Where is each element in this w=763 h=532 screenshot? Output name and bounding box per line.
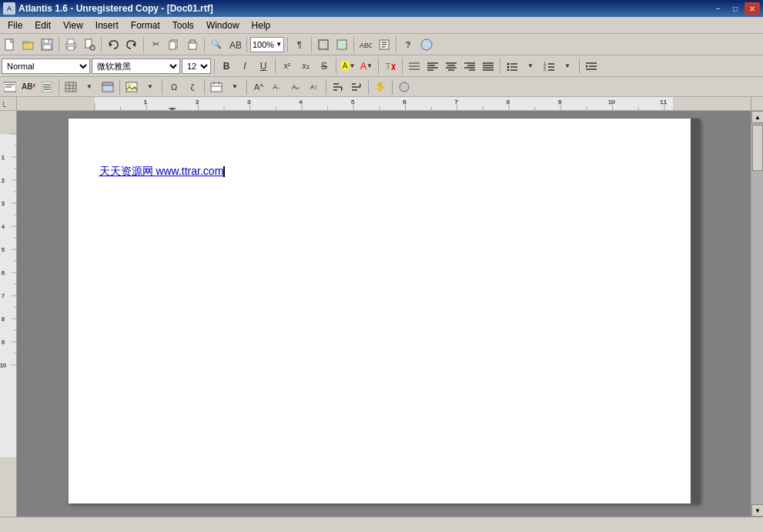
horizontal-ruler[interactable]: 1 2 3 4 5 6 7 8 9 10 11 bbox=[17, 97, 751, 110]
menu-insert[interactable]: Insert bbox=[89, 18, 125, 32]
numbering-dropdown[interactable]: ▼ bbox=[559, 58, 576, 75]
special-a2-button[interactable]: A↑ bbox=[306, 79, 323, 95]
paragraph-marks-button[interactable]: ¶ bbox=[291, 36, 308, 53]
full-screen-button[interactable] bbox=[315, 36, 332, 53]
redo-button[interactable] bbox=[123, 36, 140, 53]
align-justify-button[interactable] bbox=[480, 58, 497, 75]
background-button[interactable] bbox=[333, 36, 350, 53]
font-color-button[interactable]: A ▼ bbox=[358, 58, 375, 75]
indent-button[interactable] bbox=[583, 58, 600, 75]
paragraph-style-select[interactable]: Normal bbox=[2, 59, 90, 74]
format-toolbar: Normal 微软雅黑 12 B I U x² x₂ S A ▼ A ▼ T bbox=[0, 55, 763, 77]
underline-button[interactable]: U bbox=[255, 58, 272, 75]
strikethrough-button[interactable]: S bbox=[316, 58, 333, 75]
new-button[interactable] bbox=[2, 36, 18, 53]
menu-edit[interactable]: Edit bbox=[28, 18, 57, 32]
main-area: 1 2 3 4 5 6 7 8 9 10 bbox=[0, 111, 763, 517]
right-scrollbar[interactable]: ▲ ▼ bbox=[751, 111, 763, 517]
menu-help[interactable]: Help bbox=[246, 18, 277, 32]
svg-rect-133 bbox=[0, 111, 17, 134]
atlantis-button[interactable] bbox=[418, 36, 435, 53]
insert-symbol-button[interactable]: Ω bbox=[166, 79, 182, 95]
copy-button[interactable] bbox=[166, 36, 182, 53]
menu-tools[interactable]: Tools bbox=[166, 18, 200, 32]
svg-text:8: 8 bbox=[507, 99, 510, 105]
scroll-down-button[interactable]: ▼ bbox=[751, 504, 763, 517]
svg-text:7: 7 bbox=[2, 293, 5, 299]
highlight-dropdown[interactable]: ▼ bbox=[349, 62, 355, 69]
zoom-dropdown-icon[interactable]: ▼ bbox=[276, 41, 282, 48]
page-right-shadow bbox=[691, 119, 700, 504]
font-size-select[interactable]: 12 bbox=[182, 59, 211, 74]
insert-image-options[interactable]: ▼ bbox=[142, 79, 159, 95]
titlebar-controls[interactable]: − □ ✕ bbox=[711, 2, 760, 15]
svg-text:3: 3 bbox=[2, 201, 5, 206]
minimize-button[interactable]: − bbox=[711, 2, 726, 15]
close-button[interactable]: ✕ bbox=[745, 2, 760, 15]
styles-button[interactable] bbox=[2, 79, 18, 95]
insert-date-button[interactable] bbox=[208, 79, 225, 95]
clear-format-button[interactable]: T bbox=[382, 58, 399, 75]
align-left-button[interactable] bbox=[424, 58, 441, 75]
find-button[interactable]: 🔍 bbox=[208, 36, 225, 53]
italic-button[interactable]: I bbox=[236, 58, 253, 75]
spell-button[interactable]: ABC bbox=[226, 36, 243, 53]
align-center-button[interactable] bbox=[443, 58, 460, 75]
table-button[interactable] bbox=[62, 79, 79, 95]
svg-rect-8 bbox=[68, 46, 74, 50]
numbering-button[interactable]: 1.2.3. bbox=[540, 58, 557, 75]
document-content[interactable]: 天天资源网 www.ttrar.com bbox=[99, 165, 691, 179]
preview-button[interactable] bbox=[81, 36, 98, 53]
sort-button[interactable] bbox=[330, 79, 346, 95]
scroll-track[interactable] bbox=[751, 123, 763, 504]
font-select[interactable]: 微软雅黑 bbox=[92, 59, 180, 74]
help-button[interactable]: ? bbox=[400, 36, 417, 53]
cursor-pointer[interactable] bbox=[406, 58, 423, 75]
page-content-area[interactable]: 天天资源网 www.ttrar.com bbox=[69, 119, 691, 504]
special-a-button[interactable]: Aₐ bbox=[287, 79, 304, 95]
open-button[interactable] bbox=[20, 36, 37, 53]
svg-point-49 bbox=[507, 62, 510, 65]
dictionary-button[interactable] bbox=[376, 36, 393, 53]
extra-button[interactable] bbox=[396, 79, 413, 95]
zoom-combo[interactable]: 100% ▼ bbox=[250, 37, 284, 52]
paste-button[interactable] bbox=[184, 36, 201, 53]
font-color-dropdown[interactable]: ▼ bbox=[366, 62, 373, 69]
save-button[interactable] bbox=[38, 36, 55, 53]
pan-button[interactable]: ✋ bbox=[372, 79, 389, 95]
align-right-button[interactable] bbox=[461, 58, 478, 75]
svg-text:ABC: ABC bbox=[360, 42, 372, 49]
special-chars-button[interactable]: ζ bbox=[184, 79, 201, 95]
subscript2-button[interactable]: A₋ bbox=[269, 79, 286, 95]
highlight-button[interactable]: A ▼ bbox=[340, 58, 356, 75]
svg-text:9: 9 bbox=[558, 99, 561, 105]
menu-file[interactable]: File bbox=[2, 18, 28, 32]
menu-window[interactable]: Window bbox=[200, 18, 246, 32]
menu-view[interactable]: View bbox=[57, 18, 89, 32]
date-options[interactable]: ▼ bbox=[226, 79, 243, 95]
cut-button[interactable]: ✂ bbox=[147, 36, 164, 53]
insert-image-button[interactable] bbox=[123, 79, 140, 95]
print-button[interactable] bbox=[62, 36, 79, 53]
reverse-sort-button[interactable] bbox=[348, 79, 365, 95]
svg-text:3.: 3. bbox=[544, 67, 547, 71]
undo-button[interactable] bbox=[105, 36, 122, 53]
content-text[interactable]: 天天资源网 www.ttrar.com bbox=[99, 165, 224, 177]
superscript2-button[interactable]: A^ bbox=[250, 79, 267, 95]
superscript-button[interactable]: x² bbox=[279, 58, 296, 75]
maximize-button[interactable]: □ bbox=[728, 2, 743, 15]
bullets-button[interactable] bbox=[504, 58, 520, 75]
word-count-button[interactable]: ABC bbox=[357, 36, 374, 53]
svg-rect-78 bbox=[102, 82, 113, 85]
list-button[interactable] bbox=[38, 79, 55, 95]
bold-button[interactable]: B bbox=[218, 58, 235, 75]
subscript-button[interactable]: x₂ bbox=[297, 58, 314, 75]
scroll-up-button[interactable]: ▲ bbox=[751, 111, 763, 123]
table-options-button[interactable]: ▼ bbox=[81, 79, 98, 95]
scroll-thumb[interactable] bbox=[752, 125, 763, 171]
menu-format[interactable]: Format bbox=[125, 18, 166, 32]
document-area[interactable]: 天天资源网 www.ttrar.com bbox=[17, 111, 751, 517]
insert-table-button[interactable] bbox=[99, 79, 116, 95]
abc-button[interactable]: AB² bbox=[20, 79, 37, 95]
bullets-dropdown[interactable]: ▼ bbox=[522, 58, 539, 75]
